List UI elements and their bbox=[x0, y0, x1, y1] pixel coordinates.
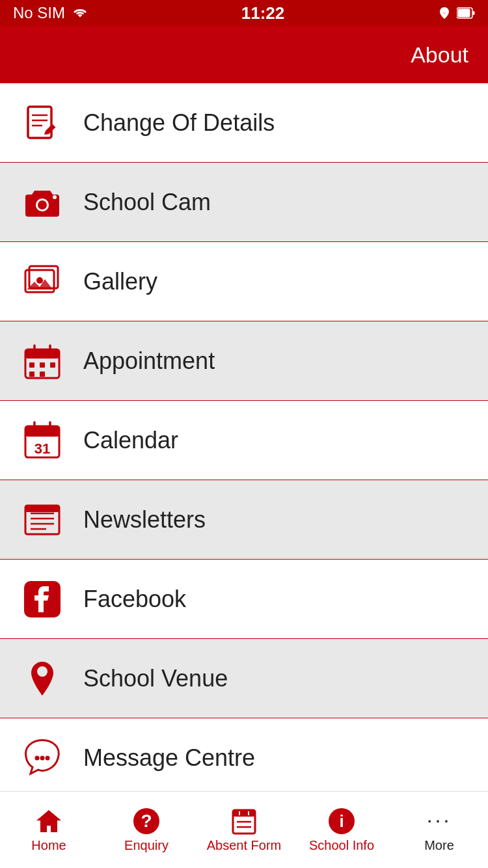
svg-rect-20 bbox=[50, 362, 55, 368]
svg-rect-24 bbox=[25, 426, 59, 437]
svg-rect-3 bbox=[472, 11, 474, 15]
edit-form-icon bbox=[20, 100, 65, 146]
svg-text:i: i bbox=[339, 811, 344, 831]
menu-label-change-of-details: Change Of Details bbox=[83, 109, 275, 137]
menu-item-newsletters[interactable]: Newsletters bbox=[0, 480, 488, 560]
svg-rect-41 bbox=[233, 810, 255, 817]
svg-rect-18 bbox=[29, 362, 34, 368]
menu-label-school-venue: School Venue bbox=[83, 665, 228, 692]
tab-item-school-info[interactable]: i School Info bbox=[293, 792, 390, 868]
tab-item-absent-form[interactable]: Absent Form bbox=[195, 792, 293, 868]
status-time: 11:22 bbox=[241, 3, 285, 23]
svg-point-9 bbox=[38, 200, 47, 210]
tab-item-enquiry[interactable]: ? Enquiry bbox=[98, 792, 195, 868]
svg-rect-19 bbox=[40, 362, 45, 368]
menu-item-message-centre[interactable]: Message Centre bbox=[0, 718, 488, 798]
menu-label-calendar: Calendar bbox=[83, 427, 178, 454]
svg-point-10 bbox=[53, 195, 57, 199]
svg-point-13 bbox=[36, 277, 43, 284]
svg-text:?: ? bbox=[141, 811, 152, 831]
menu-label-appointment: Appointment bbox=[83, 347, 215, 375]
carrier-label: No SIM bbox=[13, 4, 65, 22]
appointment-calendar-icon bbox=[20, 338, 65, 384]
menu-label-school-cam: School Cam bbox=[83, 189, 211, 216]
menu-item-school-cam[interactable]: School Cam bbox=[0, 163, 488, 242]
menu-label-gallery: Gallery bbox=[83, 268, 157, 295]
home-icon bbox=[34, 807, 63, 835]
newsletter-icon bbox=[20, 497, 65, 543]
menu-item-gallery[interactable]: Gallery bbox=[0, 242, 488, 321]
message-icon bbox=[20, 735, 65, 781]
menu-item-change-of-details[interactable]: Change Of Details bbox=[0, 83, 488, 163]
camera-icon bbox=[20, 180, 65, 225]
svg-rect-2 bbox=[457, 9, 470, 18]
info-icon: i bbox=[327, 807, 356, 835]
absent-form-icon bbox=[230, 807, 258, 835]
svg-point-36 bbox=[40, 755, 45, 760]
status-icons bbox=[437, 6, 475, 20]
enquiry-icon: ? bbox=[132, 807, 161, 835]
menu-item-appointment[interactable]: Appointment bbox=[0, 321, 488, 401]
svg-rect-33 bbox=[25, 506, 59, 512]
status-bar: No SIM 11:22 bbox=[0, 0, 488, 26]
dots-icon: ··· bbox=[425, 807, 454, 835]
menu-label-facebook: Facebook bbox=[83, 586, 186, 613]
menu-list: Change Of Details School Cam Gallery bbox=[0, 83, 488, 868]
tab-label-home: Home bbox=[31, 838, 66, 853]
tab-label-school-info: School Info bbox=[309, 838, 374, 853]
wifi-icon bbox=[72, 7, 88, 20]
facebook-icon bbox=[20, 576, 65, 622]
svg-rect-22 bbox=[40, 372, 45, 377]
calendar-31-icon: 31 bbox=[20, 418, 65, 463]
svg-text:31: 31 bbox=[34, 441, 50, 457]
tab-label-more: More bbox=[424, 838, 454, 853]
gallery-icon bbox=[20, 259, 65, 305]
menu-item-calendar[interactable]: 31 Calendar bbox=[0, 401, 488, 480]
tab-label-absent-form: Absent Form bbox=[207, 838, 281, 853]
tab-item-home[interactable]: Home bbox=[0, 792, 98, 868]
svg-rect-21 bbox=[29, 372, 34, 377]
menu-label-message-centre: Message Centre bbox=[83, 744, 255, 772]
svg-rect-15 bbox=[25, 349, 59, 359]
map-pin-icon bbox=[20, 656, 65, 701]
menu-item-school-venue[interactable]: School Venue bbox=[0, 639, 488, 718]
location-icon bbox=[437, 6, 452, 20]
tab-bar: Home ? Enquiry Absent Form bbox=[0, 791, 488, 868]
menu-item-facebook[interactable]: Facebook bbox=[0, 560, 488, 639]
tab-label-enquiry: Enquiry bbox=[124, 838, 169, 853]
svg-point-35 bbox=[35, 755, 40, 760]
battery-icon bbox=[457, 7, 475, 20]
nav-title: About bbox=[411, 42, 468, 68]
menu-label-newsletters: Newsletters bbox=[83, 506, 206, 534]
nav-bar: About bbox=[0, 26, 488, 83]
svg-point-37 bbox=[46, 755, 50, 760]
tab-item-more[interactable]: ··· More bbox=[390, 792, 488, 868]
